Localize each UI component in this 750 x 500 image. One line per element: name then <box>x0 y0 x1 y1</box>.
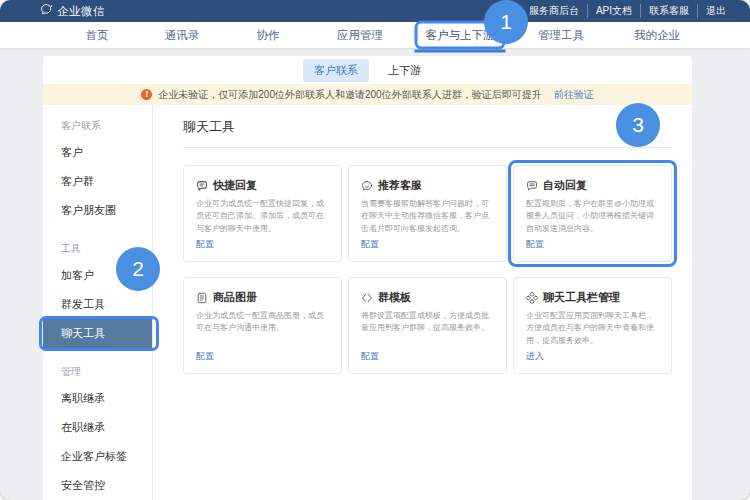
quick-reply-configure-link[interactable]: 配置 <box>196 238 329 251</box>
verification-warning-bar: ! 企业未验证，仅可添加200位外部联系人和邀请200位外部联系人进群，验证后即… <box>43 84 692 105</box>
card-quick-reply: 快捷回复 企业可为成员统一配置快捷回复，成员还可自己添加。添加后，成员可在与客户… <box>183 165 342 262</box>
top-bar: 企业微信 服务商后台 API文档 联系客服 退出 <box>0 0 750 22</box>
sidebar-item-enterprise-customer-tags[interactable]: 企业客户标签 <box>43 442 152 471</box>
card-title: 快捷回复 <box>213 178 257 193</box>
annotation-badge-1: 1 <box>484 0 528 44</box>
page-title: 聊天工具 <box>183 118 672 136</box>
title-divider <box>183 147 672 148</box>
service-provider-console-link[interactable]: 服务商后台 <box>521 4 587 18</box>
api-docs-link[interactable]: API文档 <box>587 4 640 18</box>
auto-reply-configure-link[interactable]: 配置 <box>526 238 659 251</box>
card-product-album: 商品图册 企业为成员统一配置商品图册，成员可在与客户沟通中使用。 配置 <box>183 277 342 374</box>
group-template-configure-link[interactable]: 配置 <box>361 350 494 363</box>
card-title: 群模板 <box>378 290 411 305</box>
auto-reply-icon <box>526 180 538 192</box>
card-title: 商品图册 <box>213 290 257 305</box>
topbar-links: 服务商后台 API文档 联系客服 退出 <box>521 4 734 18</box>
card-description: 企业可配置应用页面到聊天工具栏，方便成员在与客户的聊天中查看和使用，提高服务效率… <box>526 310 659 350</box>
warning-exclamation-icon: ! <box>141 89 152 100</box>
sidebar-item-customer-moments[interactable]: 客户朋友圈 <box>43 196 152 225</box>
nav-my-enterprise[interactable]: 我的企业 <box>634 28 680 43</box>
sidebar-item-resigned-inheritance[interactable]: 离职继承 <box>43 384 152 413</box>
nav-collaboration[interactable]: 协作 <box>257 28 280 43</box>
recommend-service-configure-link[interactable]: 配置 <box>361 238 494 251</box>
product-album-icon <box>196 292 208 304</box>
sidebar-item-onjob-inheritance[interactable]: 在职继承 <box>43 413 152 442</box>
card-description: 企业为成员统一配置商品图册，成员可在与客户沟通中使用。 <box>196 310 329 350</box>
sidebar: 客户联系 客户 客户群 客户朋友圈 工具 加客户 群发工具 聊天工具 管理 离职… <box>43 105 153 500</box>
card-group-template: 群模板 将群设置项配置成模板，方便成员批量应用到客户群聊，提高服务效率。 配置 <box>348 277 507 374</box>
card-description: 当需要客服帮助解答客户问题时，可在聊天中主动推荐微信客服，客户点击名片即可向客服… <box>361 198 494 238</box>
card-description: 将群设置项配置成模板，方便成员批量应用到客户群聊，提高服务效率。 <box>361 310 494 350</box>
app-window: 企业微信 服务商后台 API文档 联系客服 退出 首页 通讯录 协作 应用管理 … <box>0 0 750 500</box>
main-content: 聊天工具 <box>153 105 692 500</box>
recommend-service-icon <box>361 180 373 192</box>
card-description: 配置规则后，客户在群里@小助理或服务人员提问，小助理将根据关键词自动发送消息内容… <box>526 198 659 238</box>
sidebar-item-chat-tools[interactable]: 聊天工具 <box>43 319 152 348</box>
sidebar-section-customer-contact: 客户联系 <box>43 111 152 138</box>
chat-bubble-logo-icon <box>40 2 53 20</box>
card-recommend-service: 推荐客服 当需要客服帮助解答客户问题时，可在聊天中主动推荐微信客服，客户点击名片… <box>348 165 507 262</box>
product-album-configure-link[interactable]: 配置 <box>196 350 329 363</box>
chat-toolbar-enter-link[interactable]: 进入 <box>526 350 659 363</box>
nav-management-tools[interactable]: 管理工具 <box>538 28 584 43</box>
sidebar-item-customers[interactable]: 客户 <box>43 138 152 167</box>
sidebar-section-management: 管理 <box>43 357 152 384</box>
sidebar-item-security-control[interactable]: 安全管控 <box>43 471 152 500</box>
tab-upstream-downstream[interactable]: 上下游 <box>377 59 432 82</box>
nav-home[interactable]: 首页 <box>86 28 109 43</box>
nav-app-management[interactable]: 应用管理 <box>337 28 383 43</box>
card-title: 推荐客服 <box>378 178 422 193</box>
tool-cards-grid: 快捷回复 企业可为成员统一配置快捷回复，成员还可自己添加。添加后，成员可在与客户… <box>183 165 672 374</box>
wework-logo: 企业微信 <box>40 2 105 20</box>
card-title: 自动回复 <box>543 178 587 193</box>
quick-reply-icon <box>196 180 208 192</box>
annotation-badge-3: 3 <box>616 103 660 147</box>
sidebar-item-bulk-message-tool[interactable]: 群发工具 <box>43 290 152 319</box>
card-description: 企业可为成员统一配置快捷回复，成员还可自己添加。添加后，成员可在与客户的聊天中使… <box>196 198 329 238</box>
secondary-tabbar: 客户联系 上下游 <box>43 56 692 84</box>
nav-contacts[interactable]: 通讯录 <box>165 28 200 43</box>
tab-customer-contact[interactable]: 客户联系 <box>303 59 369 82</box>
logout-link[interactable]: 退出 <box>697 4 734 18</box>
logo-text: 企业微信 <box>57 4 105 19</box>
warning-text: 企业未验证，仅可添加200位外部联系人和邀请200位外部联系人进群，验证后即可提… <box>158 88 541 102</box>
sidebar-item-customer-groups[interactable]: 客户群 <box>43 167 152 196</box>
go-verify-link[interactable]: 前往验证 <box>554 88 594 102</box>
card-auto-reply: 自动回复 配置规则后，客户在群里@小助理或服务人员提问，小助理将根据关键词自动发… <box>513 165 672 262</box>
main-nav: 首页 通讯录 协作 应用管理 客户与上下游 管理工具 我的企业 <box>0 22 750 48</box>
card-title: 聊天工具栏管理 <box>543 290 620 305</box>
annotation-badge-2: 2 <box>116 247 160 291</box>
panel-body: 客户联系 客户 客户群 客户朋友圈 工具 加客户 群发工具 聊天工具 管理 离职… <box>43 105 692 500</box>
contact-support-link[interactable]: 联系客服 <box>640 4 697 18</box>
nav-customers-upstream-downstream[interactable]: 客户与上下游 <box>426 28 495 43</box>
chat-toolbar-icon <box>526 292 538 304</box>
group-template-icon <box>361 292 373 304</box>
card-chat-toolbar-management: 聊天工具栏管理 企业可配置应用页面到聊天工具栏，方便成员在与客户的聊天中查看和使… <box>513 277 672 374</box>
